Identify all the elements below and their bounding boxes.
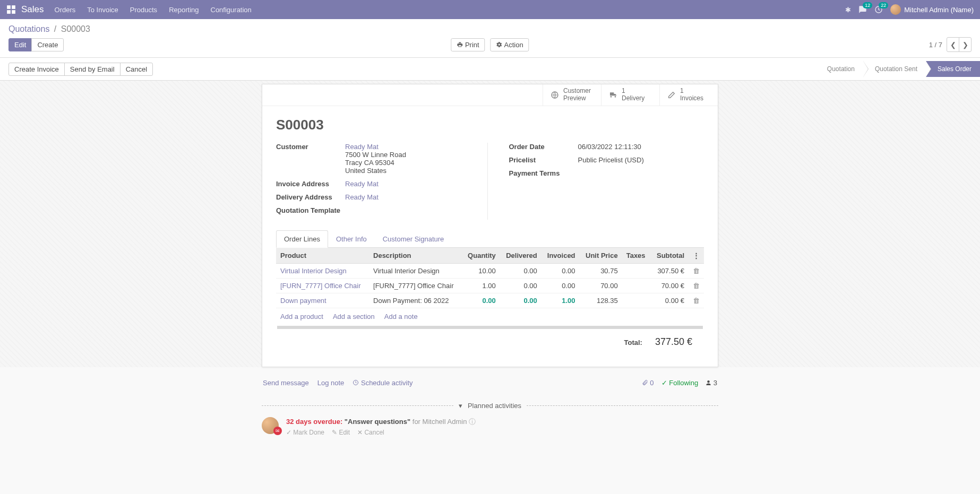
globe-icon <box>551 91 559 99</box>
send-email-button[interactable]: Send by Email <box>64 63 121 76</box>
breadcrumb-bar: Quotations / S00003 <box>0 19 980 37</box>
stat-customer-preview[interactable]: CustomerPreview <box>543 84 601 106</box>
schedule-activity[interactable]: Schedule activity <box>353 379 412 387</box>
trash-icon[interactable]: 🗑 <box>689 263 704 278</box>
row-product[interactable]: Down payment <box>280 297 326 305</box>
col-description[interactable]: Description <box>369 248 462 264</box>
tab-other-info[interactable]: Other Info <box>328 230 375 248</box>
row-invoiced: 0.00 <box>541 278 580 293</box>
add-product[interactable]: Add a product <box>280 313 323 320</box>
svg-rect-3 <box>12 10 15 14</box>
row-product[interactable]: Virtual Interior Design <box>280 267 347 275</box>
activities-count: 22 <box>879 2 888 8</box>
delivery-address-link[interactable]: Ready Mat <box>345 193 379 201</box>
tab-order-lines[interactable]: Order Lines <box>276 230 328 248</box>
activities-icon[interactable]: 22 <box>874 5 883 14</box>
svg-rect-0 <box>7 5 11 9</box>
stat-invoices[interactable]: 1Invoices <box>659 84 718 106</box>
stat-delivery[interactable]: 1Delivery <box>601 84 659 106</box>
row-subtotal: 70.00 € <box>651 278 689 293</box>
attachments[interactable]: 0 <box>642 379 654 387</box>
pager-next[interactable]: ❯ <box>959 37 972 52</box>
table-row[interactable]: [FURN_7777] Office Chair[FURN_7777] Offi… <box>276 278 704 293</box>
trash-icon[interactable]: 🗑 <box>689 293 704 308</box>
step-sales-order[interactable]: Sales Order <box>926 61 980 77</box>
pager-prev[interactable]: ❮ <box>947 37 959 52</box>
add-section[interactable]: Add a section <box>333 313 375 320</box>
col-product[interactable]: Product <box>276 248 369 264</box>
col-taxes[interactable]: Taxes <box>622 248 651 264</box>
apps-icon[interactable] <box>6 5 16 14</box>
log-note[interactable]: Log note <box>317 379 345 387</box>
activity-cancel[interactable]: ✕ Cancel <box>357 429 384 436</box>
edit-button[interactable]: Edit <box>8 38 32 51</box>
step-quotation-sent[interactable]: Quotation Sent <box>863 61 926 77</box>
quotation-template-label: Quotation Template <box>276 206 345 214</box>
menu-orders[interactable]: Orders <box>55 6 76 14</box>
user-menu[interactable]: Mitchell Admin (Name) <box>890 4 974 15</box>
breadcrumb-root[interactable]: Quotations <box>8 24 49 33</box>
tab-signature[interactable]: Customer Signature <box>375 230 452 248</box>
action-button[interactable]: Action <box>491 38 529 51</box>
col-unit-price[interactable]: Unit Price <box>580 248 622 264</box>
planned-activities-divider[interactable]: ▾ Planned activities <box>262 402 718 410</box>
row-price: 30.75 <box>580 263 622 278</box>
chatter: Send message Log note Schedule activity … <box>262 375 718 436</box>
cancel-button[interactable]: Cancel <box>120 63 153 76</box>
col-invoiced[interactable]: Invoiced <box>541 248 580 264</box>
row-taxes <box>622 263 651 278</box>
menu-products[interactable]: Products <box>130 6 157 14</box>
user-name: Mitchell Admin (Name) <box>904 6 974 14</box>
svg-rect-1 <box>12 5 15 9</box>
menu-reporting[interactable]: Reporting <box>169 6 199 14</box>
controls-bar: Edit Create Print Action 1 / 7 ❮ ❯ <box>0 37 980 57</box>
activity-item: ✉ 32 days overdue: "Answer questions" fo… <box>262 417 718 436</box>
table-row[interactable]: Virtual Interior DesignVirtual Interior … <box>276 263 704 278</box>
row-delivered: 0.00 <box>500 263 541 278</box>
paperclip-icon <box>642 379 648 386</box>
invoice-address-link[interactable]: Ready Mat <box>345 180 379 188</box>
info-icon[interactable]: ⓘ <box>469 418 476 426</box>
row-desc: [FURN_7777] Office Chair <box>369 278 462 293</box>
app-brand[interactable]: Sales <box>21 4 44 15</box>
trash-icon[interactable]: 🗑 <box>689 278 704 293</box>
followers-count[interactable]: 3 <box>706 379 717 387</box>
navbar: Sales Orders To Invoice Products Reporti… <box>0 0 980 19</box>
following-button[interactable]: ✓ Following <box>661 379 699 387</box>
svg-rect-2 <box>7 10 11 14</box>
nav-menu: Orders To Invoice Products Reporting Con… <box>55 6 252 14</box>
row-price: 128.35 <box>580 293 622 308</box>
row-subtotal: 0.00 € <box>651 293 689 308</box>
add-note[interactable]: Add a note <box>384 313 418 320</box>
customer-link[interactable]: Ready Mat <box>345 143 379 151</box>
col-kebab[interactable]: ⋮ <box>689 248 704 264</box>
create-invoice-button[interactable]: Create Invoice <box>8 63 65 76</box>
messages-icon[interactable]: 12 <box>858 5 867 14</box>
row-taxes <box>622 293 651 308</box>
menu-to-invoice[interactable]: To Invoice <box>87 6 118 14</box>
menu-configuration[interactable]: Configuration <box>211 6 252 14</box>
print-button[interactable]: Print <box>451 38 485 51</box>
row-qty: 10.00 <box>462 263 500 278</box>
col-subtotal[interactable]: Subtotal <box>651 248 689 264</box>
truck-icon <box>609 91 617 99</box>
create-button[interactable]: Create <box>31 38 64 51</box>
activity-for: for Mitchell Admin <box>412 418 467 426</box>
table-row[interactable]: Down paymentDown Payment: 06 20220.000.0… <box>276 293 704 308</box>
messages-count: 12 <box>863 2 872 8</box>
order-lines-table: Product Description Quantity Delivered I… <box>276 248 704 308</box>
send-message[interactable]: Send message <box>263 379 309 387</box>
breadcrumb-current: S00003 <box>61 24 90 33</box>
row-invoiced: 0.00 <box>541 263 580 278</box>
row-delivered: 0.00 <box>500 278 541 293</box>
col-quantity[interactable]: Quantity <box>462 248 500 264</box>
pager-text[interactable]: 1 / 7 <box>929 41 942 49</box>
activity-edit[interactable]: ✎ Edit <box>332 429 350 436</box>
activity-mark-done[interactable]: ✓ Mark Done <box>286 429 324 436</box>
avatar <box>890 4 901 15</box>
debug-icon[interactable]: ✱ <box>845 6 851 14</box>
col-delivered[interactable]: Delivered <box>500 248 541 264</box>
form-sheet: CustomerPreview 1Delivery 1Invoices S000… <box>262 84 718 367</box>
step-quotation[interactable]: Quotation <box>815 61 863 77</box>
row-product[interactable]: [FURN_7777] Office Chair <box>280 282 361 290</box>
